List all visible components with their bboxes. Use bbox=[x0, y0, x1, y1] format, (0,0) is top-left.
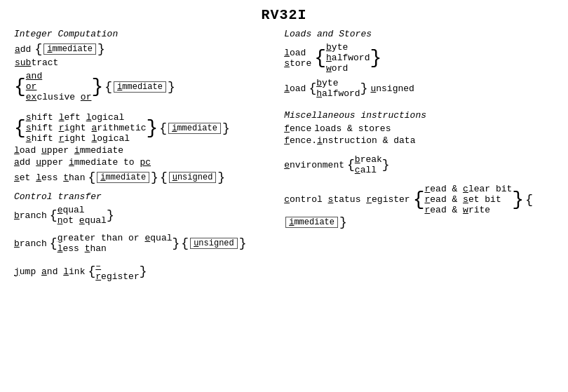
loadstore-stack: load store bbox=[284, 48, 311, 69]
jal-brace-open: { bbox=[88, 264, 95, 278]
lu-size-stack: byte halfword bbox=[316, 78, 360, 99]
equal-label: equal bbox=[58, 205, 107, 215]
shift-immediate: immediate bbox=[168, 123, 221, 134]
notequal-label: not equal bbox=[58, 215, 107, 226]
fence-label: fence bbox=[284, 123, 311, 134]
slt-immediate: immediate bbox=[97, 172, 149, 183]
lui-label: load upper immediate bbox=[14, 145, 123, 156]
entry-env: environment { break call } bbox=[284, 154, 561, 175]
fence-ls-label: loads & stores bbox=[314, 123, 391, 134]
csr-rw-label: read & write bbox=[424, 205, 512, 215]
left-column: Integer Computation add { immediate } su… bbox=[7, 29, 270, 283]
branch-lt-brace-close: } bbox=[173, 236, 180, 250]
lu-brace-close: } bbox=[360, 81, 368, 95]
entry-slt: set less than { immediate } { unsigned } bbox=[14, 170, 270, 184]
add-brace-close: } bbox=[97, 42, 105, 56]
section-control-transfer: Control transfer bbox=[14, 191, 270, 202]
lu-brace-open: { bbox=[309, 81, 316, 95]
byte-label: byte bbox=[326, 42, 370, 53]
csr-brace2-close: } bbox=[339, 215, 347, 229]
entry-subtract: subtract bbox=[14, 58, 270, 68]
load-u-label: load bbox=[284, 83, 306, 94]
section-misc: Miscellaneous instructions bbox=[284, 110, 561, 121]
word-label: word bbox=[326, 63, 370, 74]
branch-eq-stack: equal not equal bbox=[58, 205, 107, 226]
lt-label: less than bbox=[58, 243, 173, 254]
slt-brace2-open: { bbox=[160, 170, 168, 184]
load-label: load bbox=[284, 48, 311, 58]
halfword-label: halfword bbox=[326, 53, 370, 63]
break-label: break bbox=[355, 154, 382, 165]
shift-stack: shift left logical shift right arithmeti… bbox=[26, 112, 147, 144]
logical-brace-close: } bbox=[91, 77, 103, 97]
logical-immediate: immediate bbox=[114, 81, 166, 93]
main-page: RV32I Integer Computation add { immediat… bbox=[0, 0, 568, 392]
branch-eq-brace-close: } bbox=[107, 208, 114, 222]
auipc-label: add upper immediate to pc bbox=[14, 157, 151, 168]
branch-lt-stack: greater than or equal less than bbox=[58, 233, 173, 254]
entry-load-store: load store { byte halfword word } bbox=[284, 42, 561, 74]
jalr-label: register bbox=[95, 271, 139, 282]
entry-fence: fence loads & stores bbox=[284, 123, 561, 134]
logical-brace-open: { bbox=[14, 77, 26, 97]
store-label: store bbox=[284, 58, 311, 69]
jal-label: jump and link bbox=[14, 266, 85, 277]
jal-stack: – register bbox=[95, 261, 139, 282]
logical-brace2-close: } bbox=[168, 80, 175, 94]
sra-label: shift right arithmetic bbox=[26, 123, 147, 133]
gte-label: greater than or equal bbox=[58, 233, 173, 243]
ls-brace-close: } bbox=[370, 48, 381, 68]
right-column: Loads and Stores load store { byte halfw… bbox=[270, 29, 561, 283]
shift-brace-close: } bbox=[147, 119, 158, 138]
shift-brace-open: { bbox=[14, 119, 26, 138]
entry-lui: load upper immediate bbox=[14, 145, 270, 156]
env-brace-open: { bbox=[347, 158, 355, 172]
sll-label: shift left logical bbox=[26, 112, 147, 123]
ls-size-stack: byte halfword word bbox=[326, 42, 370, 74]
xor-label: exclusive or bbox=[26, 92, 92, 102]
entry-add: add { immediate } bbox=[14, 42, 270, 56]
content-columns: Integer Computation add { immediate } su… bbox=[7, 29, 561, 283]
lu-byte-label: byte bbox=[316, 78, 360, 88]
branch-lt-brace2-open: { bbox=[181, 236, 189, 250]
entry-branch-lt: branch { greater than or equal less than… bbox=[14, 233, 270, 254]
add-immediate: immediate bbox=[43, 43, 96, 55]
env-brace-close: } bbox=[382, 158, 390, 172]
slt-unsigned: unsigned bbox=[169, 172, 217, 183]
slt-brace1-close: } bbox=[151, 170, 158, 184]
shift-brace2-open: { bbox=[159, 121, 167, 135]
entry-load-unsigned: load { byte halfword } unsigned bbox=[284, 78, 561, 99]
entry-auipc: add upper immediate to pc bbox=[14, 157, 270, 168]
section-loads-stores: Loads and Stores bbox=[284, 29, 561, 39]
page-title: RV32I bbox=[7, 7, 561, 23]
entry-fence-i: fence.instruction & data bbox=[284, 135, 561, 146]
srl-label: shift right logical bbox=[26, 133, 147, 144]
add-label: add bbox=[15, 44, 31, 55]
csr-rs-label: read & set bit bbox=[424, 194, 512, 205]
section-integer-computation: Integer Computation bbox=[14, 29, 270, 39]
shift-brace2-close: } bbox=[222, 121, 230, 135]
entry-branch-eq: branch { equal not equal } bbox=[14, 205, 270, 226]
slt-label: set less than bbox=[14, 173, 85, 183]
ls-brace-open: { bbox=[314, 48, 326, 68]
env-label: environment bbox=[284, 160, 344, 170]
entry-jal: jump and link { – register } bbox=[14, 261, 270, 282]
subtract-label: subtract bbox=[15, 58, 58, 68]
csr-immediate: immediate bbox=[285, 217, 338, 228]
slt-brace1-open: { bbox=[88, 170, 95, 184]
lu-halfword-label: halfword bbox=[316, 88, 360, 99]
env-stack: break call bbox=[355, 154, 382, 175]
fence-i-label: fence.instruction & data bbox=[284, 135, 415, 146]
branch-eq-brace-open: { bbox=[50, 208, 58, 222]
jal-plain: – bbox=[95, 261, 139, 271]
branch-lt-label: branch bbox=[14, 238, 47, 249]
and-label: and bbox=[26, 71, 92, 81]
logical-stack: and or exclusive or bbox=[26, 71, 92, 102]
call-label: call bbox=[355, 165, 382, 175]
logical-brace2-open: { bbox=[104, 80, 112, 94]
csr-brace2-open: { bbox=[525, 193, 533, 207]
branch-lt-unsigned: unsigned bbox=[190, 238, 238, 249]
add-brace-open: { bbox=[34, 42, 42, 56]
entry-csr: control status register { read & clear b… bbox=[284, 184, 561, 229]
csr-label: control status register bbox=[284, 194, 410, 205]
